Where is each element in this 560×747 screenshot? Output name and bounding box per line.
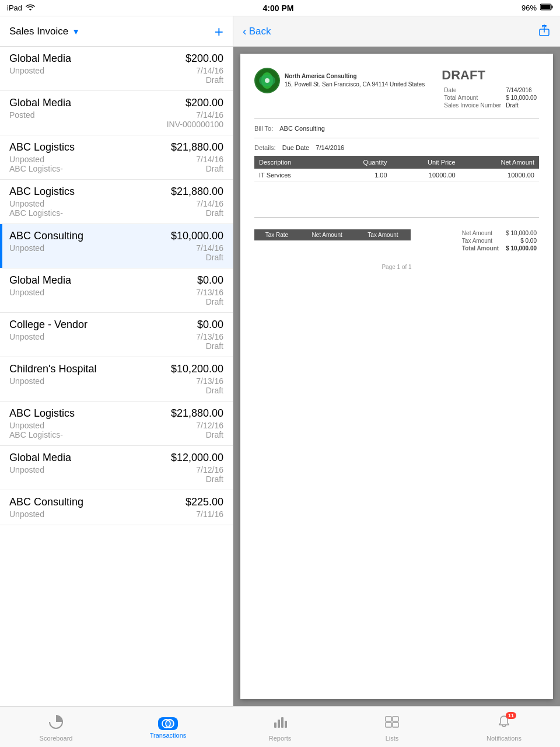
- invoice-item[interactable]: College - Vendor $0.00 Unposted 7/13/16 …: [0, 313, 233, 357]
- invoice-amount: $21,880.00: [171, 186, 223, 198]
- invoice-ref-left: ABC Logistics-: [9, 164, 63, 173]
- invoice-amount: $12,000.00: [171, 452, 223, 464]
- invoice-name: Global Media: [9, 53, 71, 65]
- tab-lists[interactable]: Lists: [336, 712, 448, 742]
- invoice-status: Unposted: [9, 243, 44, 253]
- invoice-item[interactable]: Global Media $200.00 Unposted 7/14/16 Dr…: [0, 47, 233, 91]
- main-layout: Sales Invoice ▼ + Global Media $200.00 U…: [0, 16, 560, 706]
- invoice-name: ABC Logistics: [9, 141, 75, 153]
- invoice-name: ABC Consulting: [9, 496, 83, 508]
- cell-quantity: 1.00: [331, 169, 392, 182]
- invoice-amount: $225.00: [186, 496, 223, 508]
- doc-divider-2: [254, 138, 539, 138]
- invoice-name: ABC Logistics: [9, 186, 75, 198]
- tax-header: Tax Rate: [254, 229, 299, 240]
- company-logo: [254, 68, 280, 93]
- invoice-ref: Draft: [206, 430, 223, 439]
- battery-label: 96%: [522, 4, 537, 12]
- invoice-item[interactable]: ABC Logistics $21,880.00 Unposted 7/14/1…: [0, 135, 233, 180]
- invoice-status: Unposted: [9, 199, 44, 208]
- invoice-status: Unposted: [9, 66, 44, 75]
- invoice-item[interactable]: Global Media $200.00 Posted 7/14/16 INV-…: [0, 91, 233, 135]
- invoice-ref: Draft: [206, 75, 223, 85]
- table-header: Description: [254, 156, 331, 169]
- invoice-amount: $10,200.00: [171, 363, 223, 375]
- invoice-ref: Draft: [206, 208, 223, 218]
- doc-bill-to: Bill To: ABC Consulting: [254, 125, 539, 132]
- invoice-status: Unposted: [9, 465, 44, 474]
- invoice-item[interactable]: ABC Consulting $225.00 Unposted 7/11/16: [0, 490, 233, 525]
- invoice-ref: Draft: [206, 253, 223, 262]
- table-header: Unit Price: [392, 156, 460, 169]
- notifications-label: Notifications: [487, 735, 522, 742]
- notification-badge: 11: [506, 712, 516, 719]
- net-amount-value: $ 10,000.00: [501, 229, 539, 237]
- notifications-icon: 11: [496, 714, 512, 733]
- invoice-item[interactable]: Children's Hospital $10,200.00 Unposted …: [0, 357, 233, 402]
- tab-bar: Scoreboard Transactions Reports Lists 11…: [0, 706, 560, 747]
- date-value: 7/14/2016: [503, 86, 539, 94]
- doc-divider-3: [254, 217, 539, 218]
- invoice-item[interactable]: ABC Logistics $21,880.00 Unposted 7/14/1…: [0, 180, 233, 224]
- back-label: Back: [249, 26, 271, 37]
- dropdown-arrow-icon[interactable]: ▼: [72, 27, 80, 36]
- invoice-date: 7/14/16: [196, 243, 223, 253]
- invoice-amount: $200.00: [186, 53, 223, 65]
- left-header-title[interactable]: Sales Invoice ▼: [9, 26, 80, 37]
- doc-meta: Date 7/14/2016 Total Amount $ 10,000.00 …: [442, 86, 539, 109]
- draft-title: DRAFT: [442, 68, 539, 83]
- transactions-label: Transactions: [150, 732, 187, 739]
- tax-amount-label: Tax Amount: [460, 237, 501, 245]
- invoice-ref: Draft: [206, 341, 223, 351]
- svg-rect-15: [386, 717, 391, 721]
- invoice-status: Unposted: [9, 421, 44, 430]
- invoice-item[interactable]: ABC Logistics $21,880.00 Unposted 7/12/1…: [0, 402, 233, 446]
- date-label: Date: [442, 86, 503, 94]
- invoice-status: Unposted: [9, 155, 44, 164]
- invoice-ref-left: ABC Logistics-: [9, 430, 63, 439]
- table-row: IT Services 1.00 10000.00 10000.00: [254, 169, 539, 182]
- tab-transactions[interactable]: Transactions: [112, 715, 224, 739]
- tax-amount-value: $ 0.00: [501, 237, 539, 245]
- invoice-date: 7/12/16: [196, 465, 223, 474]
- svg-rect-18: [393, 722, 398, 727]
- lists-icon: [384, 714, 400, 733]
- tax-header: Tax Amount: [355, 229, 411, 240]
- left-header: Sales Invoice ▼ +: [0, 16, 233, 47]
- invoice-item[interactable]: Global Media $0.00 Unposted 7/13/16 Draf…: [0, 268, 233, 313]
- total-summary-value: $ 10,000.00: [501, 245, 539, 252]
- invoice-item[interactable]: Global Media $12,000.00 Unposted 7/12/16…: [0, 446, 233, 490]
- svg-rect-14: [285, 721, 287, 728]
- add-invoice-button[interactable]: +: [215, 24, 223, 39]
- svg-rect-12: [278, 720, 280, 728]
- invoice-amount: $200.00: [186, 97, 223, 109]
- cell-unit-price: 10000.00: [392, 169, 460, 182]
- invoice-table: DescriptionQuantityUnit PriceNet Amount …: [254, 156, 539, 182]
- net-amount-label: Net Amount: [460, 229, 501, 237]
- invoice-document: North America Consulting 15, Powell St. …: [240, 54, 553, 699]
- details-label: Details:: [254, 144, 276, 151]
- tab-reports[interactable]: Reports: [224, 712, 336, 742]
- company-address: 15, Powell St. San Francisco, CA 94114 U…: [285, 81, 425, 89]
- invoice-date: 7/11/16: [196, 509, 223, 519]
- reports-icon: [272, 714, 288, 733]
- invoice-item[interactable]: ABC Consulting $10,000.00 Unposted 7/14/…: [0, 224, 233, 268]
- doc-company-info: North America Consulting 15, Powell St. …: [285, 72, 425, 89]
- tab-scoreboard[interactable]: Scoreboard: [0, 712, 112, 742]
- invoice-ref-left: ABC Logistics-: [9, 208, 63, 218]
- tab-notifications[interactable]: 11 Notifications: [448, 712, 560, 742]
- invoice-name: Global Media: [9, 452, 71, 464]
- scoreboard-label: Scoreboard: [40, 735, 73, 742]
- back-button[interactable]: ‹ Back: [243, 25, 271, 38]
- status-right: 96%: [522, 4, 553, 12]
- svg-rect-2: [541, 5, 551, 9]
- invoice-amount: $0.00: [197, 274, 223, 287]
- lists-label: Lists: [386, 735, 399, 742]
- bill-to-value: ABC Consulting: [279, 125, 325, 132]
- page-label: Page 1 of 1: [254, 264, 539, 270]
- invoice-ref: Draft: [206, 386, 223, 395]
- share-button[interactable]: [538, 24, 551, 39]
- sales-invoice-title: Sales Invoice: [9, 26, 68, 37]
- invoice-ref: Draft: [206, 164, 223, 173]
- invoice-date: 7/13/16: [196, 288, 223, 297]
